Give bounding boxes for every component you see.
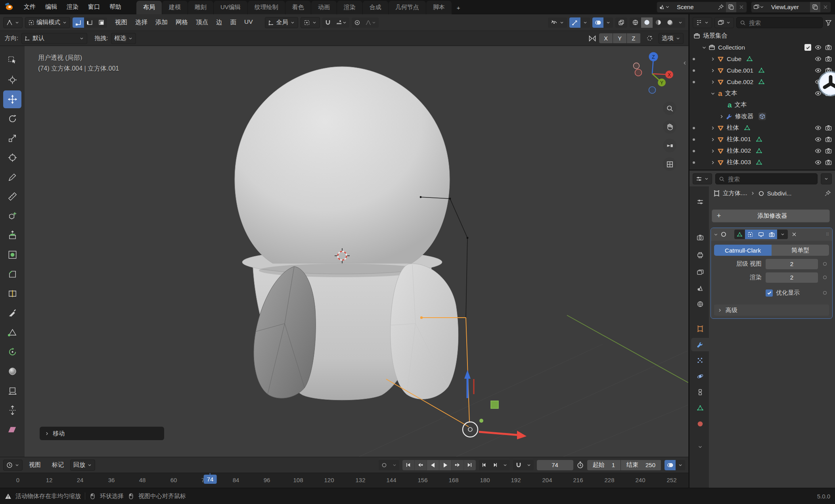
outliner-search-input[interactable] bbox=[748, 19, 819, 27]
properties-options-dropdown[interactable] bbox=[821, 173, 832, 184]
timeline-snap-dropdown[interactable] bbox=[524, 460, 534, 470]
frame-end-field[interactable]: 结束 250 bbox=[621, 460, 661, 470]
proportional-falloff-dropdown[interactable] bbox=[363, 17, 379, 28]
render-camera-icon[interactable] bbox=[825, 44, 832, 51]
render-camera-icon[interactable] bbox=[825, 125, 832, 131]
menu-window[interactable]: 窗口 bbox=[83, 2, 105, 12]
menu-edit[interactable]: 编辑 bbox=[40, 2, 62, 12]
modifier-icon[interactable] bbox=[758, 190, 764, 197]
workspace-tab-shading[interactable]: 着色 bbox=[285, 1, 311, 14]
timeline-menu-marker[interactable]: 标记 bbox=[47, 460, 69, 470]
menu-file[interactable]: 文件 bbox=[19, 2, 40, 12]
right-fin[interactable] bbox=[391, 264, 458, 399]
shading-dropdown[interactable] bbox=[676, 17, 685, 28]
gizmo-y-plane-handle[interactable] bbox=[491, 401, 498, 408]
show-object-types-dropdown[interactable] bbox=[548, 17, 567, 28]
operator-panel[interactable]: 移动 bbox=[40, 427, 164, 440]
shading-wireframe-button[interactable] bbox=[630, 17, 641, 28]
expand-icon[interactable] bbox=[710, 68, 716, 73]
orientation-setting-dropdown[interactable]: 默认 bbox=[21, 33, 87, 44]
tool-loop-cut[interactable] bbox=[3, 285, 21, 303]
workspace-tab-geometry-nodes[interactable]: 几何节点 bbox=[389, 1, 426, 14]
hide-eye-icon[interactable] bbox=[815, 148, 822, 154]
workspace-tab-animation[interactable]: 动画 bbox=[311, 1, 337, 14]
drag-setting-dropdown[interactable]: 框选 bbox=[111, 33, 136, 44]
hide-eye-icon[interactable] bbox=[815, 136, 822, 143]
ortho-toggle-icon[interactable] bbox=[663, 157, 676, 171]
show-in-viewport-toggle[interactable] bbox=[756, 230, 766, 239]
timeline-editor-type-button[interactable] bbox=[3, 460, 23, 471]
tab-world[interactable] bbox=[691, 297, 709, 311]
scene-browse-button[interactable] bbox=[657, 2, 672, 12]
frame-step-back-button[interactable] bbox=[479, 460, 490, 470]
mirror-z-button[interactable]: Z bbox=[627, 33, 640, 43]
animate-dot-icon[interactable] bbox=[823, 276, 827, 279]
collapse-icon[interactable] bbox=[713, 232, 718, 237]
tab-material[interactable] bbox=[691, 417, 709, 431]
tool-poly-build[interactable] bbox=[3, 324, 21, 341]
tab-scene[interactable] bbox=[691, 282, 709, 295]
view-layer-browse-button[interactable] bbox=[751, 2, 766, 12]
prev-keyframe-button[interactable] bbox=[415, 460, 427, 470]
hide-eye-icon[interactable] bbox=[815, 125, 822, 131]
use-preview-range-icon[interactable] bbox=[576, 461, 584, 469]
expand-icon[interactable] bbox=[719, 114, 724, 119]
outliner-row-cube-002[interactable]: Cube.002 bbox=[689, 76, 835, 88]
keying-dropdown[interactable] bbox=[390, 460, 399, 470]
tool-add-cube[interactable] bbox=[3, 207, 21, 225]
show-in-editmode-toggle[interactable] bbox=[745, 230, 756, 239]
tool-spin[interactable] bbox=[3, 343, 21, 361]
tab-constraints[interactable] bbox=[691, 385, 709, 399]
tool-edge-slide[interactable] bbox=[3, 382, 21, 400]
tool-bevel[interactable] bbox=[3, 265, 21, 283]
proportional-edit-toggle[interactable] bbox=[352, 17, 363, 28]
hide-eye-icon[interactable] bbox=[815, 159, 822, 166]
menu-view[interactable]: 视图 bbox=[111, 17, 131, 28]
menu-face[interactable]: 面 bbox=[226, 17, 241, 28]
collapse-icon[interactable] bbox=[710, 91, 716, 96]
tab-object-data[interactable] bbox=[691, 401, 709, 415]
hide-eye-icon[interactable] bbox=[815, 56, 822, 62]
tab-particles[interactable] bbox=[691, 354, 709, 367]
outliner-search[interactable] bbox=[736, 17, 823, 28]
playback-dropdown[interactable]: 回放 bbox=[70, 460, 95, 471]
mode-dropdown[interactable]: 编辑模式 bbox=[25, 17, 70, 28]
mirror-icon[interactable] bbox=[588, 34, 596, 42]
play-reverse-button[interactable] bbox=[427, 460, 439, 470]
breadcrumb-object-name[interactable]: 立方体.... bbox=[723, 190, 747, 197]
outliner-row-cylinder[interactable]: 柱体 bbox=[689, 122, 835, 134]
properties-search-input[interactable] bbox=[727, 175, 814, 183]
tool-move[interactable] bbox=[3, 90, 21, 108]
timeline-snap-toggle[interactable] bbox=[513, 460, 524, 470]
render-camera-icon[interactable] bbox=[825, 159, 832, 166]
face-select-button[interactable] bbox=[96, 17, 107, 28]
next-keyframe-button[interactable] bbox=[452, 460, 464, 470]
outliner-row-cube-001[interactable]: Cube.001 bbox=[689, 65, 835, 76]
scene-pin-icon[interactable] bbox=[716, 2, 726, 12]
tab-view-layer[interactable] bbox=[691, 266, 709, 279]
tool-tweak-select[interactable] bbox=[3, 52, 21, 69]
scene-name[interactable]: Scene bbox=[672, 4, 716, 10]
modifier-extras-dropdown[interactable] bbox=[777, 230, 788, 239]
levels-viewport-field[interactable]: 2 bbox=[766, 259, 818, 269]
scene-delete-button[interactable] bbox=[736, 2, 747, 12]
play-button[interactable] bbox=[439, 460, 452, 470]
view-layer-name[interactable]: ViewLayer bbox=[766, 4, 810, 10]
gizmo-x-arrow[interactable] bbox=[479, 432, 518, 435]
render-camera-icon[interactable] bbox=[825, 136, 832, 143]
tab-object[interactable] bbox=[691, 322, 709, 335]
shading-solid-button[interactable] bbox=[641, 17, 653, 28]
view-layer-new-button[interactable] bbox=[810, 2, 820, 12]
outliner-row-cylinder-001[interactable]: 柱体.001 bbox=[689, 134, 835, 145]
menu-vertex[interactable]: 顶点 bbox=[192, 17, 212, 28]
workspace-tab-layout[interactable]: 布局 bbox=[136, 1, 162, 14]
auto-keying-toggle[interactable] bbox=[379, 460, 390, 470]
tab-modifiers[interactable] bbox=[691, 338, 709, 351]
expand-icon[interactable] bbox=[710, 56, 716, 62]
scene-new-button[interactable] bbox=[726, 2, 736, 12]
mirror-y-button[interactable]: Y bbox=[613, 33, 626, 43]
editor-type-button[interactable] bbox=[3, 17, 23, 28]
gizmo-y-label[interactable]: Y bbox=[660, 80, 663, 86]
outliner-row-cylinder-003[interactable]: 柱体.003 bbox=[689, 157, 835, 168]
sidebar-collapse-icon[interactable] bbox=[682, 60, 688, 67]
